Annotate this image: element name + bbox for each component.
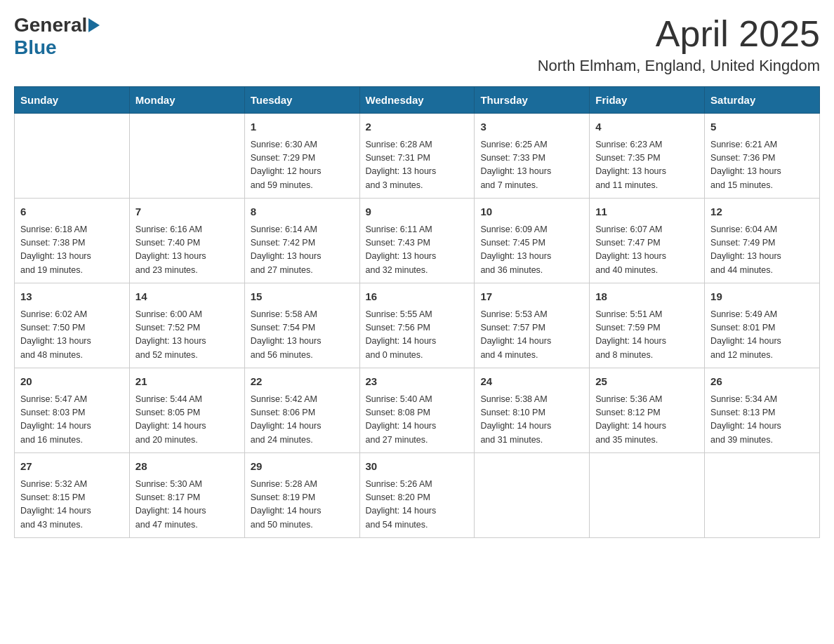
calendar-day-cell: 25Sunrise: 5:36 AM Sunset: 8:12 PM Dayli… [590, 368, 705, 453]
calendar-day-cell: 2Sunrise: 6:28 AM Sunset: 7:31 PM Daylig… [359, 114, 475, 199]
day-info: Sunrise: 6:18 AM Sunset: 7:38 PM Dayligh… [20, 223, 124, 278]
day-info: Sunrise: 5:40 AM Sunset: 8:08 PM Dayligh… [366, 393, 469, 448]
day-number: 23 [366, 374, 469, 390]
calendar-day-cell: 11Sunrise: 6:07 AM Sunset: 7:47 PM Dayli… [590, 199, 705, 283]
calendar-header-cell: Sunday [15, 87, 130, 114]
day-number: 26 [710, 374, 814, 390]
calendar-week-row: 13Sunrise: 6:02 AM Sunset: 7:50 PM Dayli… [15, 283, 820, 368]
day-info: Sunrise: 6:16 AM Sunset: 7:40 PM Dayligh… [135, 223, 239, 278]
calendar-week-row: 1Sunrise: 6:30 AM Sunset: 7:29 PM Daylig… [15, 114, 820, 199]
calendar-day-cell: 18Sunrise: 5:51 AM Sunset: 7:59 PM Dayli… [590, 283, 705, 368]
day-info: Sunrise: 6:14 AM Sunset: 7:42 PM Dayligh… [251, 223, 354, 278]
day-number: 16 [366, 289, 469, 305]
day-info: Sunrise: 6:30 AM Sunset: 7:29 PM Dayligh… [251, 138, 354, 193]
calendar-day-cell: 30Sunrise: 5:26 AM Sunset: 8:20 PM Dayli… [359, 453, 475, 538]
day-number: 30 [366, 459, 469, 475]
day-number: 3 [480, 119, 583, 135]
day-number: 22 [251, 374, 354, 390]
day-number: 6 [20, 204, 124, 220]
calendar-header-row: SundayMondayTuesdayWednesdayThursdayFrid… [15, 87, 820, 114]
calendar-day-cell: 20Sunrise: 5:47 AM Sunset: 8:03 PM Dayli… [15, 368, 130, 453]
day-info: Sunrise: 5:28 AM Sunset: 8:19 PM Dayligh… [251, 478, 354, 532]
day-number: 28 [135, 459, 239, 475]
calendar-day-cell: 24Sunrise: 5:38 AM Sunset: 8:10 PM Dayli… [475, 368, 590, 453]
day-number: 18 [595, 289, 699, 305]
calendar-day-cell: 9Sunrise: 6:11 AM Sunset: 7:43 PM Daylig… [359, 199, 475, 283]
day-number: 4 [595, 119, 699, 135]
calendar-day-cell: 27Sunrise: 5:32 AM Sunset: 8:15 PM Dayli… [15, 453, 130, 538]
day-number: 13 [20, 289, 124, 305]
day-number: 15 [251, 289, 354, 305]
calendar-day-cell: 8Sunrise: 6:14 AM Sunset: 7:42 PM Daylig… [244, 199, 359, 283]
day-info: Sunrise: 6:28 AM Sunset: 7:31 PM Dayligh… [366, 138, 469, 193]
calendar-header-cell: Monday [129, 87, 244, 114]
calendar-header-cell: Friday [590, 87, 705, 114]
title-area: April 2025 North Elmham, England, United… [538, 14, 820, 75]
calendar-day-cell [475, 453, 590, 538]
calendar-day-cell: 22Sunrise: 5:42 AM Sunset: 8:06 PM Dayli… [244, 368, 359, 453]
day-info: Sunrise: 6:25 AM Sunset: 7:33 PM Dayligh… [480, 138, 583, 193]
day-number: 20 [20, 374, 124, 390]
day-info: Sunrise: 6:21 AM Sunset: 7:36 PM Dayligh… [710, 138, 814, 193]
day-number: 27 [20, 459, 124, 475]
calendar-day-cell: 4Sunrise: 6:23 AM Sunset: 7:35 PM Daylig… [590, 114, 705, 199]
day-info: Sunrise: 5:36 AM Sunset: 8:12 PM Dayligh… [595, 393, 699, 448]
day-info: Sunrise: 5:34 AM Sunset: 8:13 PM Dayligh… [710, 393, 814, 448]
day-info: Sunrise: 6:02 AM Sunset: 7:50 PM Dayligh… [20, 308, 124, 363]
day-info: Sunrise: 5:55 AM Sunset: 7:56 PM Dayligh… [366, 308, 469, 363]
logo: General Blue [14, 14, 100, 59]
calendar-day-cell: 13Sunrise: 6:02 AM Sunset: 7:50 PM Dayli… [15, 283, 130, 368]
day-info: Sunrise: 6:07 AM Sunset: 7:47 PM Dayligh… [595, 223, 699, 278]
calendar-week-row: 20Sunrise: 5:47 AM Sunset: 8:03 PM Dayli… [15, 368, 820, 453]
calendar-day-cell: 29Sunrise: 5:28 AM Sunset: 8:19 PM Dayli… [244, 453, 359, 538]
calendar-table: SundayMondayTuesdayWednesdayThursdayFrid… [14, 86, 820, 538]
calendar-day-cell: 28Sunrise: 5:30 AM Sunset: 8:17 PM Dayli… [129, 453, 244, 538]
calendar-day-cell [129, 114, 244, 199]
day-number: 29 [251, 459, 354, 475]
day-number: 2 [366, 119, 469, 135]
calendar-day-cell [15, 114, 130, 199]
calendar-day-cell: 10Sunrise: 6:09 AM Sunset: 7:45 PM Dayli… [475, 199, 590, 283]
day-number: 10 [480, 204, 583, 220]
calendar-day-cell: 23Sunrise: 5:40 AM Sunset: 8:08 PM Dayli… [359, 368, 475, 453]
calendar-day-cell: 3Sunrise: 6:25 AM Sunset: 7:33 PM Daylig… [475, 114, 590, 199]
page-subtitle: North Elmham, England, United Kingdom [538, 57, 820, 75]
day-number: 9 [366, 204, 469, 220]
calendar-header-cell: Thursday [475, 87, 590, 114]
calendar-day-cell: 17Sunrise: 5:53 AM Sunset: 7:57 PM Dayli… [475, 283, 590, 368]
day-info: Sunrise: 5:44 AM Sunset: 8:05 PM Dayligh… [135, 393, 239, 448]
calendar-day-cell: 21Sunrise: 5:44 AM Sunset: 8:05 PM Dayli… [129, 368, 244, 453]
calendar-day-cell: 7Sunrise: 6:16 AM Sunset: 7:40 PM Daylig… [129, 199, 244, 283]
day-info: Sunrise: 6:23 AM Sunset: 7:35 PM Dayligh… [595, 138, 699, 193]
day-info: Sunrise: 5:58 AM Sunset: 7:54 PM Dayligh… [251, 308, 354, 363]
page-title: April 2025 [538, 14, 820, 54]
day-info: Sunrise: 5:32 AM Sunset: 8:15 PM Dayligh… [20, 478, 124, 532]
calendar-day-cell [705, 453, 820, 538]
day-info: Sunrise: 5:30 AM Sunset: 8:17 PM Dayligh… [135, 478, 239, 532]
calendar-body: 1Sunrise: 6:30 AM Sunset: 7:29 PM Daylig… [15, 114, 820, 538]
day-info: Sunrise: 5:26 AM Sunset: 8:20 PM Dayligh… [366, 478, 469, 532]
day-number: 14 [135, 289, 239, 305]
calendar-day-cell: 14Sunrise: 6:00 AM Sunset: 7:52 PM Dayli… [129, 283, 244, 368]
calendar-header-cell: Wednesday [359, 87, 475, 114]
day-number: 7 [135, 204, 239, 220]
day-number: 11 [595, 204, 699, 220]
day-number: 17 [480, 289, 583, 305]
calendar-day-cell: 15Sunrise: 5:58 AM Sunset: 7:54 PM Dayli… [244, 283, 359, 368]
day-info: Sunrise: 5:49 AM Sunset: 8:01 PM Dayligh… [710, 308, 814, 363]
calendar-day-cell [590, 453, 705, 538]
day-number: 24 [480, 374, 583, 390]
day-info: Sunrise: 6:04 AM Sunset: 7:49 PM Dayligh… [710, 223, 814, 278]
day-number: 5 [710, 119, 814, 135]
day-info: Sunrise: 5:42 AM Sunset: 8:06 PM Dayligh… [251, 393, 354, 448]
calendar-day-cell: 19Sunrise: 5:49 AM Sunset: 8:01 PM Dayli… [705, 283, 820, 368]
calendar-day-cell: 1Sunrise: 6:30 AM Sunset: 7:29 PM Daylig… [244, 114, 359, 199]
day-info: Sunrise: 5:51 AM Sunset: 7:59 PM Dayligh… [595, 308, 699, 363]
calendar-day-cell: 12Sunrise: 6:04 AM Sunset: 7:49 PM Dayli… [705, 199, 820, 283]
calendar-day-cell: 5Sunrise: 6:21 AM Sunset: 7:36 PM Daylig… [705, 114, 820, 199]
calendar-day-cell: 16Sunrise: 5:55 AM Sunset: 7:56 PM Dayli… [359, 283, 475, 368]
calendar-header: SundayMondayTuesdayWednesdayThursdayFrid… [15, 87, 820, 114]
header: General Blue April 2025 North Elmham, En… [14, 14, 820, 75]
day-info: Sunrise: 5:38 AM Sunset: 8:10 PM Dayligh… [480, 393, 583, 448]
calendar-header-cell: Saturday [705, 87, 820, 114]
